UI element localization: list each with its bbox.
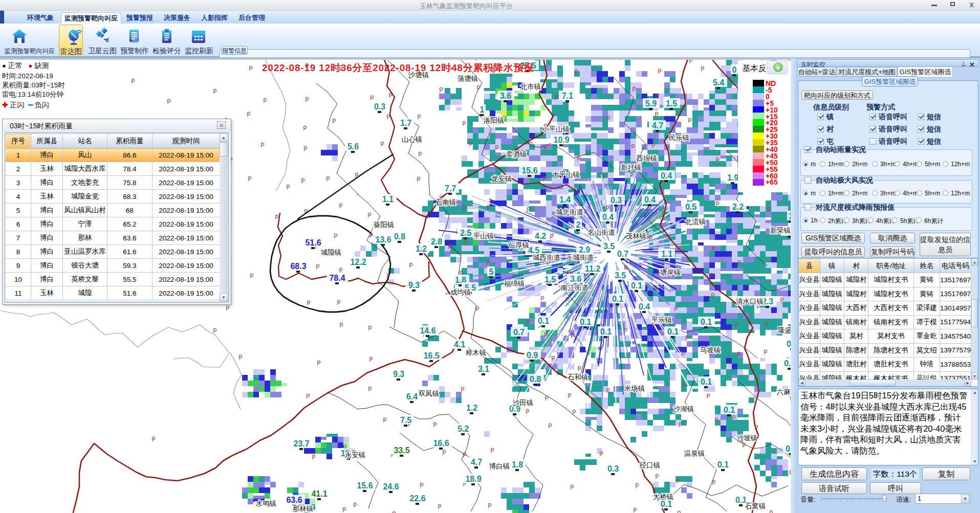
svg-text:南江街道: 南江街道 [561,284,589,292]
svg-text:沙田镇: 沙田镇 [513,399,534,407]
svg-text:0.8: 0.8 [530,375,541,384]
svg-text:米场镇: 米场镇 [624,385,645,392]
svg-text:51.6: 51.6 [305,238,321,247]
svg-text:1.1: 1.1 [661,250,672,258]
svg-text:那林镇: 那林镇 [293,505,314,512]
svg-text:0.1: 0.1 [661,500,672,508]
svg-text:3.6: 3.6 [500,92,511,100]
svg-text:北市镇: 北市镇 [520,83,541,91]
svg-text:4.2: 4.2 [535,232,546,240]
svg-text:0.1: 0.1 [600,327,612,336]
svg-text:樟木镇: 樟木镇 [466,349,487,356]
svg-text:0: 0 [732,65,737,74]
svg-text:2.8: 2.8 [431,237,442,246]
svg-text:15.6: 15.6 [521,166,537,175]
svg-text:水鸣镇: 水鸣镇 [255,500,277,507]
svg-text:9.3: 9.3 [393,370,404,378]
svg-text:小平山镇: 小平山镇 [542,125,570,133]
svg-text:0.7: 0.7 [513,328,525,337]
svg-text:石南镇: 石南镇 [435,198,456,206]
svg-text:0.4: 0.4 [644,195,656,204]
svg-text:沙湖镇: 沙湖镇 [673,405,694,413]
svg-text:城北街道: 城北街道 [555,208,583,216]
svg-text:10.9: 10.9 [553,136,569,144]
svg-text:68.3: 68.3 [290,262,306,271]
svg-text:12.2: 12.2 [350,258,366,266]
svg-text:葵阳镇: 葵阳镇 [374,221,395,229]
svg-text:33.5: 33.5 [394,446,409,455]
svg-text:4.7: 4.7 [652,121,663,130]
svg-text:2.9: 2.9 [579,246,590,254]
svg-text:1.8: 1.8 [512,460,523,469]
svg-text:平山镇: 平山镇 [473,232,494,240]
svg-text:沙坡镇: 沙坡镇 [737,434,758,442]
svg-text:博白镇: 博白镇 [489,462,510,470]
svg-text:1.1: 1.1 [382,195,394,204]
svg-text:1.2: 1.2 [466,404,477,412]
svg-text:0.8: 0.8 [394,232,405,241]
svg-text:78.4: 78.4 [329,274,345,282]
svg-text:7.1: 7.1 [562,92,573,100]
svg-text:平乐镇: 平乐镇 [651,316,672,324]
svg-text:北流镇: 北流镇 [685,218,706,226]
svg-text:龙安镇: 龙安镇 [491,175,512,183]
svg-text:23.7: 23.7 [293,439,309,448]
svg-text:新荣镇: 新荣镇 [770,227,791,234]
svg-text:15.6: 15.6 [357,481,373,490]
svg-text:西埌镇: 西埌镇 [637,154,658,162]
svg-text:1.9: 1.9 [727,173,738,182]
svg-text:11.2: 11.2 [585,264,600,273]
svg-text:石窝镇: 石窝镇 [745,502,766,510]
svg-text:0.4: 0.4 [661,171,672,180]
svg-text:仁厚镇: 仁厚镇 [508,241,530,249]
svg-text:0.1: 0.1 [724,406,735,414]
svg-text:0.3: 0.3 [611,196,622,205]
svg-text:1.7: 1.7 [400,119,411,127]
svg-text:卖酒镇: 卖酒镇 [506,150,527,158]
svg-text:2.5: 2.5 [460,229,471,237]
svg-text:5.2: 5.2 [458,425,469,433]
svg-text:3.5: 3.5 [603,242,615,251]
svg-text:18.9: 18.9 [465,475,481,483]
svg-text:1.5: 1.5 [666,99,677,108]
svg-text:22.6: 22.6 [409,494,425,503]
svg-text:民乐镇: 民乐镇 [669,134,690,142]
svg-text:0.3: 0.3 [607,464,619,473]
svg-text:5.6: 5.6 [347,142,359,151]
svg-text:马坡镇: 马坡镇 [700,346,721,354]
svg-text:63.6: 63.6 [286,496,302,504]
svg-text:16.5: 16.5 [423,351,439,360]
svg-text:1.2: 1.2 [416,244,427,253]
svg-text:3.6: 3.6 [570,275,581,283]
svg-text:0.1: 0.1 [580,318,591,326]
svg-text:2.2: 2.2 [732,203,744,211]
svg-text:24.6: 24.6 [383,482,399,491]
svg-text:0.1: 0.1 [667,327,679,336]
svg-text:塘岸镇: 塘岸镇 [660,269,681,276]
svg-text:0.1: 0.1 [538,317,549,325]
svg-text:0.4: 0.4 [639,302,650,311]
svg-text:3.1: 3.1 [478,365,489,373]
svg-text:城西街道: 城西街道 [532,254,560,261]
svg-text:蒲塘镇: 蒲塘镇 [458,75,478,82]
svg-text:0.7: 0.7 [617,250,628,258]
svg-text:41.1: 41.1 [311,489,327,498]
svg-text:永安镇: 永安镇 [344,451,366,459]
svg-text:5.9: 5.9 [645,99,657,108]
svg-text:0.4: 0.4 [602,213,614,221]
svg-text:13.6: 13.6 [375,235,391,244]
svg-text:4.7: 4.7 [471,458,482,466]
svg-text:1.4: 1.4 [559,195,571,204]
svg-text:山心镇: 山心镇 [402,136,423,143]
svg-text:0.1: 0.1 [612,295,623,303]
svg-text:石和镇: 石和镇 [568,373,589,381]
svg-text:0.1: 0.1 [717,460,729,469]
svg-text:2.3: 2.3 [762,297,773,306]
svg-text:14.6: 14.6 [420,326,435,335]
svg-text:5: 5 [489,267,494,276]
svg-text:3.5: 3.5 [615,271,626,280]
svg-text:9.3: 9.3 [408,281,420,289]
svg-text:6.4: 6.4 [406,392,418,401]
svg-text:福绵镇: 福绵镇 [504,280,525,287]
svg-text:城隍镇: 城隍镇 [320,249,342,256]
